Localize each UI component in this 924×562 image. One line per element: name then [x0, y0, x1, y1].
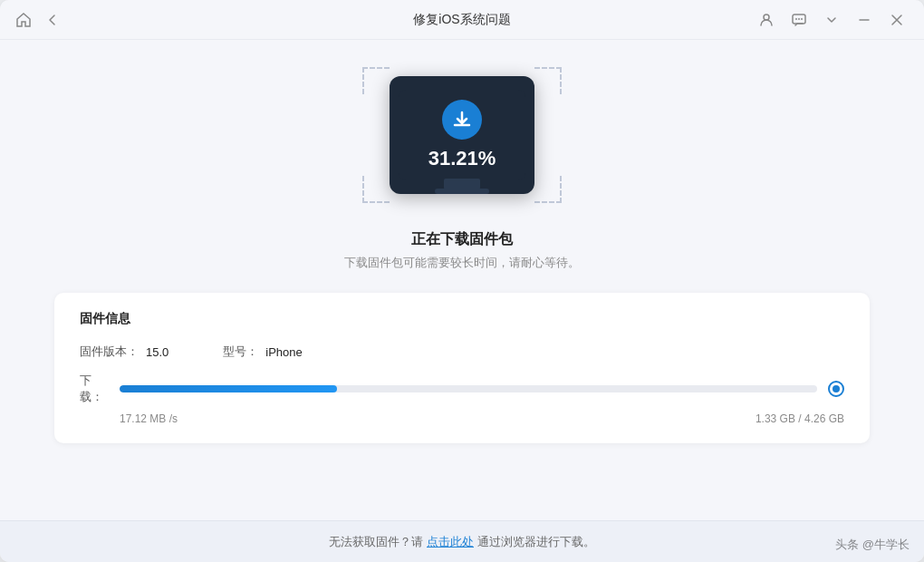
svg-point-4: [801, 18, 803, 20]
progress-stats: 17.12 MB /s 1.33 GB / 4.26 GB: [80, 412, 844, 425]
titlebar: 修复iOS系统问题: [0, 0, 924, 40]
bottom-text-before: 无法获取固件？请: [329, 534, 423, 550]
download-size: 1.33 GB / 4.26 GB: [756, 412, 844, 425]
svg-point-3: [798, 18, 800, 20]
titlebar-left: [14, 11, 62, 29]
progress-row: 下载：: [80, 373, 844, 405]
back-icon[interactable]: [43, 11, 62, 29]
window-title: 修复iOS系统问题: [413, 12, 510, 28]
chevron-button[interactable]: [819, 7, 844, 33]
corner-bl: [362, 176, 390, 203]
percent-display: 31.21%: [428, 147, 496, 170]
progress-fill: [120, 385, 337, 392]
model-label: 型号：: [223, 344, 258, 360]
download-speed: 17.12 MB /s: [120, 412, 178, 425]
bottom-bar: 无法获取固件？请 点击此处 通过浏览器进行下载。: [0, 520, 924, 562]
close-button[interactable]: [884, 7, 910, 33]
svg-point-0: [764, 15, 769, 20]
firmware-card-title: 固件信息: [80, 311, 844, 327]
titlebar-right: [754, 7, 910, 33]
monitor-container: 31.21%: [362, 67, 562, 212]
bottom-text-after: 通过浏览器进行下载。: [477, 534, 595, 550]
firmware-version-field: 固件版本： 15.0: [80, 344, 168, 360]
main-window: 修复iOS系统问题: [0, 0, 924, 562]
corner-tl: [362, 67, 390, 94]
user-button[interactable]: [754, 7, 779, 33]
minimize-button[interactable]: [852, 7, 877, 33]
monitor-base: [435, 189, 489, 194]
svg-point-2: [795, 18, 797, 20]
monitor-screen: 31.21%: [399, 90, 525, 180]
corner-br: [534, 176, 562, 203]
progress-circle-inner: [833, 385, 840, 392]
firmware-model-field: 型号： iPhone: [223, 344, 302, 360]
status-subtitle: 下载固件包可能需要较长时间，请耐心等待。: [344, 255, 580, 271]
home-icon[interactable]: [14, 11, 33, 29]
download-browser-link[interactable]: 点击此处: [427, 534, 474, 550]
firmware-info-row: 固件版本： 15.0 型号： iPhone: [80, 344, 844, 360]
monitor: 31.21%: [390, 76, 534, 194]
version-value: 15.0: [146, 345, 168, 359]
version-label: 固件版本：: [80, 344, 139, 360]
model-value: iPhone: [265, 345, 302, 359]
download-icon: [442, 100, 482, 140]
firmware-card: 固件信息 固件版本： 15.0 型号： iPhone 下载：: [54, 293, 870, 443]
status-title: 正在下载固件包: [411, 230, 513, 249]
corner-tr: [534, 67, 562, 94]
progress-end-indicator: [828, 381, 844, 397]
download-label: 下载：: [80, 373, 109, 405]
main-content: 31.21% 正在下载固件包 下载固件包可能需要较长时间，请耐心等待。 固件信息…: [0, 40, 924, 520]
chat-button[interactable]: [786, 7, 812, 33]
progress-bar: [120, 385, 817, 392]
